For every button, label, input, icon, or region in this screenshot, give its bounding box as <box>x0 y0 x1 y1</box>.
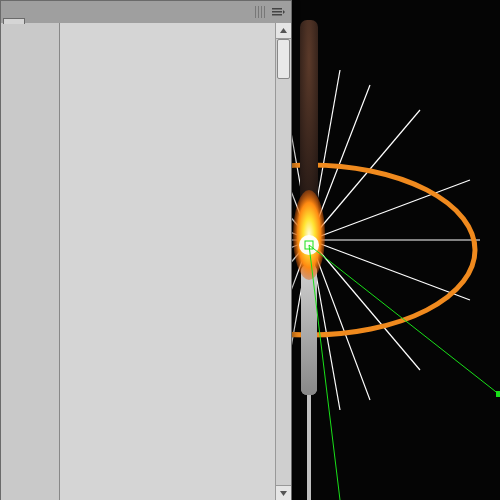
panel-tabbar <box>1 1 291 23</box>
visibility-column <box>1 23 60 500</box>
scroll-thumb[interactable] <box>277 39 290 79</box>
panel-grip-icon[interactable] <box>255 6 265 18</box>
svg-line-7 <box>310 240 420 370</box>
svg-rect-32 <box>272 11 282 13</box>
tab-layers[interactable] <box>3 18 25 24</box>
svg-line-13 <box>310 240 470 300</box>
svg-rect-31 <box>272 8 282 10</box>
svg-rect-33 <box>272 14 282 16</box>
layer-list <box>60 23 275 500</box>
svg-rect-30 <box>496 391 500 397</box>
scroll-up-button[interactable] <box>276 23 291 39</box>
panel-menu-button[interactable] <box>271 5 285 19</box>
scrollbar[interactable] <box>275 23 291 500</box>
svg-line-5 <box>310 110 420 240</box>
scroll-track[interactable] <box>276 39 291 485</box>
svg-rect-23 <box>301 265 317 395</box>
scroll-down-button[interactable] <box>276 485 291 500</box>
layers-panel <box>0 0 292 500</box>
svg-line-11 <box>310 180 470 240</box>
